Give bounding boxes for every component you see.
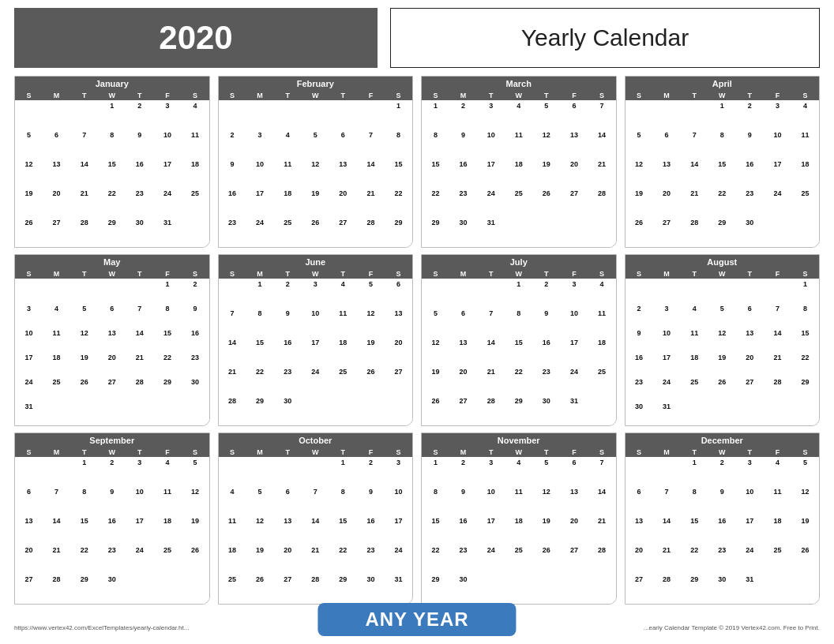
month-block: DecemberSMTWTFS1234567891011121314151617… — [625, 432, 821, 605]
day-cell: 20 — [15, 545, 43, 575]
day-cell: 20 — [653, 189, 681, 218]
day-cell: 25 — [764, 545, 791, 575]
day-cell: 13 — [385, 308, 412, 337]
day-cell: 3 — [560, 279, 588, 308]
day-cell: 25 — [588, 367, 615, 396]
dow-label: F — [357, 447, 385, 457]
day-cell: 22 — [329, 545, 357, 575]
dow-label: S — [181, 91, 208, 100]
day-cell-empty — [274, 100, 302, 129]
day-cell: 27 — [274, 575, 302, 604]
day-cell: 25 — [274, 218, 302, 247]
day-cell: 3 — [764, 100, 791, 129]
day-cell: 29 — [505, 396, 532, 425]
day-cell: 15 — [153, 328, 181, 352]
day-cell: 17 — [560, 337, 588, 366]
day-cell: 7 — [357, 129, 385, 159]
day-cell: 30 — [736, 218, 764, 247]
day-cell-empty — [274, 457, 302, 486]
days-grid: 1234567891011121314151617181920212223242… — [219, 100, 413, 247]
day-cell: 1 — [681, 457, 708, 486]
day-cell: 9 — [736, 129, 764, 159]
any-year-button[interactable]: ANY YEAR — [317, 603, 516, 636]
day-cell: 10 — [153, 129, 181, 159]
day-cell: 8 — [422, 129, 449, 159]
day-cell-empty — [681, 100, 708, 129]
day-cell: 17 — [477, 159, 505, 188]
day-cell: 15 — [246, 337, 274, 366]
day-cell: 11 — [505, 129, 532, 159]
day-cell: 19 — [357, 337, 385, 366]
day-cell: 7 — [764, 303, 791, 328]
day-cell: 20 — [274, 545, 302, 575]
day-cell: 5 — [246, 486, 274, 515]
day-cell: 25 — [681, 376, 708, 401]
day-cell: 8 — [98, 129, 126, 159]
day-cell: 15 — [329, 515, 357, 545]
day-cell-empty — [681, 279, 708, 303]
day-cell: 30 — [708, 575, 736, 604]
day-cell: 13 — [15, 515, 43, 545]
day-cell: 15 — [681, 515, 708, 545]
day-cell-empty — [126, 279, 153, 303]
day-cell: 15 — [791, 328, 819, 352]
day-cell: 6 — [98, 303, 126, 328]
day-cell: 18 — [181, 159, 208, 188]
header: 2020 Yearly Calendar — [14, 8, 820, 68]
day-cell: 7 — [653, 486, 681, 515]
day-cell: 6 — [653, 129, 681, 159]
day-cell: 2 — [736, 100, 764, 129]
day-cell: 29 — [385, 218, 412, 247]
day-cell: 22 — [246, 367, 274, 396]
day-cell: 26 — [708, 376, 736, 401]
day-cell: 14 — [588, 129, 615, 159]
dow-label: F — [764, 91, 791, 100]
day-cell: 5 — [708, 303, 736, 328]
day-cell: 20 — [98, 352, 126, 376]
day-cell: 3 — [477, 457, 505, 486]
day-cell-empty — [43, 279, 70, 303]
day-cell: 11 — [505, 486, 532, 515]
day-cell: 8 — [708, 129, 736, 159]
day-cell: 13 — [329, 159, 357, 188]
day-cell: 12 — [15, 159, 43, 188]
dow-label: T — [681, 447, 708, 457]
day-cell: 9 — [274, 308, 302, 337]
day-cell: 3 — [153, 100, 181, 129]
day-cell: 24 — [153, 189, 181, 218]
day-cell-empty — [708, 279, 736, 303]
dow-label: S — [219, 269, 246, 279]
dow-row: SMTWTFS — [15, 269, 209, 279]
day-cell: 16 — [126, 159, 153, 188]
day-cell: 5 — [181, 457, 208, 486]
day-cell: 5 — [70, 303, 98, 328]
dow-label: S — [385, 447, 412, 457]
day-cell: 22 — [505, 367, 532, 396]
day-cell: 22 — [422, 189, 449, 218]
day-cell: 24 — [764, 189, 791, 218]
day-cell-empty — [219, 100, 246, 129]
dow-label: W — [708, 91, 736, 100]
day-cell: 27 — [449, 396, 477, 425]
day-cell: 4 — [43, 303, 70, 328]
day-cell: 23 — [357, 545, 385, 575]
day-cell: 19 — [791, 515, 819, 545]
day-cell: 4 — [274, 129, 302, 159]
dow-label: T — [126, 447, 153, 457]
dow-label: T — [70, 91, 98, 100]
day-cell: 11 — [43, 328, 70, 352]
day-cell: 1 — [708, 100, 736, 129]
day-cell: 14 — [357, 159, 385, 188]
day-cell: 28 — [653, 575, 681, 604]
month-name: May — [15, 255, 209, 269]
dow-label: T — [532, 447, 560, 457]
dow-label: T — [329, 91, 357, 100]
day-cell: 21 — [588, 159, 615, 188]
month-block: SeptemberSMTWTFS123456789101112131415161… — [14, 432, 210, 605]
month-block: MaySMTWTFS123456789101112131415161718192… — [14, 254, 210, 426]
dow-row: SMTWTFS — [626, 269, 820, 279]
dow-label: W — [505, 269, 532, 279]
day-cell: 16 — [708, 515, 736, 545]
day-cell: 1 — [70, 457, 98, 486]
day-cell: 10 — [764, 129, 791, 159]
